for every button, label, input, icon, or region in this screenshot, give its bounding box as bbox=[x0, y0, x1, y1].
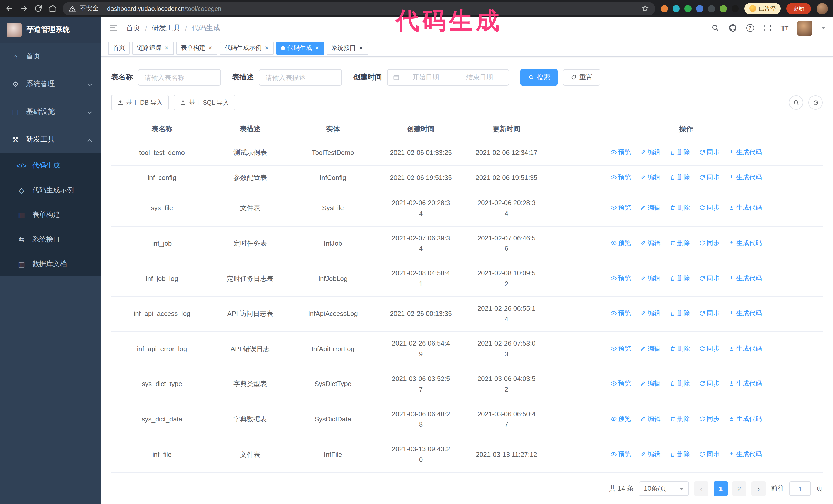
extension-icon[interactable] bbox=[661, 5, 668, 12]
extension-icon[interactable] bbox=[684, 5, 691, 12]
refresh-button[interactable] bbox=[808, 95, 823, 110]
delete-link[interactable]: 删除 bbox=[669, 238, 690, 248]
breadcrumb-item[interactable]: 首页 bbox=[126, 23, 140, 32]
edit-link[interactable]: 编辑 bbox=[640, 343, 661, 354]
tab-item[interactable]: 表单构建 × bbox=[176, 41, 217, 55]
sync-link[interactable]: 同步 bbox=[699, 172, 719, 183]
tab-item[interactable]: 系统接口 × bbox=[327, 41, 368, 55]
extension-icon[interactable] bbox=[672, 5, 680, 12]
bookmark-star-icon[interactable] bbox=[641, 5, 649, 12]
breadcrumb-item[interactable]: 研发工具 bbox=[152, 23, 181, 32]
caret-down-icon[interactable] bbox=[821, 27, 825, 29]
delete-link[interactable]: 删除 bbox=[669, 308, 690, 319]
generate-code-link[interactable]: 生成代码 bbox=[729, 172, 762, 183]
preview-link[interactable]: 预览 bbox=[611, 343, 631, 354]
tab-item[interactable]: 链路追踪 × bbox=[132, 41, 173, 55]
generate-code-link[interactable]: 生成代码 bbox=[729, 343, 762, 354]
sync-link[interactable]: 同步 bbox=[699, 203, 719, 213]
edit-link[interactable]: 编辑 bbox=[640, 308, 661, 319]
generate-code-link[interactable]: 生成代码 bbox=[729, 147, 762, 157]
extension-icon[interactable] bbox=[696, 5, 703, 12]
sync-link[interactable]: 同步 bbox=[699, 414, 719, 424]
generate-code-link[interactable]: 生成代码 bbox=[729, 379, 762, 389]
address-bar[interactable]: 不安全 dashboard.yudao.iocoder.cn/tool/code… bbox=[63, 2, 655, 15]
preview-link[interactable]: 预览 bbox=[611, 147, 631, 157]
page-size-select[interactable]: 10条/页 bbox=[639, 481, 689, 496]
sync-link[interactable]: 同步 bbox=[699, 449, 719, 459]
close-icon[interactable]: × bbox=[164, 45, 169, 51]
sidebar-item-form-builder[interactable]: ▦ 表单构建 bbox=[0, 202, 101, 227]
sidebar-item-home[interactable]: ⌂ 首页 bbox=[0, 43, 101, 70]
close-icon[interactable]: × bbox=[359, 45, 363, 51]
github-icon[interactable] bbox=[728, 24, 737, 32]
tab-item[interactable]: 首页 bbox=[108, 41, 130, 55]
extension-icon[interactable] bbox=[720, 5, 727, 12]
close-icon[interactable]: × bbox=[264, 45, 269, 51]
delete-link[interactable]: 删除 bbox=[669, 203, 690, 213]
generate-code-link[interactable]: 生成代码 bbox=[729, 203, 762, 213]
reset-button[interactable]: 重置 bbox=[563, 69, 600, 86]
preview-link[interactable]: 预览 bbox=[611, 273, 631, 283]
preview-link[interactable]: 预览 bbox=[611, 414, 631, 424]
search-toggle-button[interactable] bbox=[789, 95, 803, 110]
sidebar-item-system-management[interactable]: ⚙ 系统管理 bbox=[0, 70, 101, 98]
delete-link[interactable]: 删除 bbox=[669, 414, 690, 424]
tab-item[interactable]: 代码生成 × bbox=[276, 41, 324, 55]
edit-link[interactable]: 编辑 bbox=[640, 273, 661, 283]
generate-code-link[interactable]: 生成代码 bbox=[729, 273, 762, 283]
sync-link[interactable]: 同步 bbox=[699, 379, 719, 389]
refresh-icon[interactable] bbox=[34, 4, 43, 13]
sync-link[interactable]: 同步 bbox=[699, 343, 719, 354]
page-number-button[interactable]: 1 bbox=[714, 481, 728, 496]
edit-link[interactable]: 编辑 bbox=[640, 203, 661, 213]
search-button[interactable]: 搜索 bbox=[520, 69, 558, 86]
import-db-button[interactable]: 基于 DB 导入 bbox=[111, 95, 169, 110]
sidebar-item-codegen[interactable]: </> 代码生成 bbox=[0, 153, 101, 178]
search-icon[interactable] bbox=[711, 24, 719, 32]
edit-link[interactable]: 编辑 bbox=[640, 238, 661, 248]
import-sql-button[interactable]: 基于 SQL 导入 bbox=[174, 95, 235, 110]
next-page-button[interactable]: › bbox=[752, 481, 766, 496]
delete-link[interactable]: 删除 bbox=[669, 273, 690, 283]
goto-page-input[interactable] bbox=[789, 481, 811, 496]
generate-code-link[interactable]: 生成代码 bbox=[729, 308, 762, 319]
close-icon[interactable]: × bbox=[315, 45, 319, 51]
sync-link[interactable]: 同步 bbox=[699, 273, 719, 283]
close-icon[interactable]: × bbox=[208, 45, 213, 51]
prev-page-button[interactable]: ‹ bbox=[694, 481, 709, 496]
edit-link[interactable]: 编辑 bbox=[640, 414, 661, 424]
table-name-input[interactable] bbox=[138, 69, 221, 86]
delete-link[interactable]: 删除 bbox=[669, 449, 690, 459]
logo[interactable]: 芋道管理系统 bbox=[0, 17, 101, 43]
page-number-button[interactable]: 2 bbox=[732, 481, 746, 496]
help-icon[interactable]: ? bbox=[745, 24, 754, 32]
sync-link[interactable]: 同步 bbox=[699, 238, 719, 248]
preview-link[interactable]: 预览 bbox=[611, 379, 631, 389]
forward-icon[interactable] bbox=[20, 4, 28, 13]
generate-code-link[interactable]: 生成代码 bbox=[729, 238, 762, 248]
table-desc-input[interactable] bbox=[259, 69, 342, 86]
edit-link[interactable]: 编辑 bbox=[640, 449, 661, 459]
generate-code-link[interactable]: 生成代码 bbox=[729, 414, 762, 424]
sync-link[interactable]: 同步 bbox=[699, 147, 719, 157]
back-icon[interactable] bbox=[5, 4, 14, 13]
preview-link[interactable]: 预览 bbox=[611, 238, 631, 248]
sidebar-item-codegen-example[interactable]: ◇ 代码生成示例 bbox=[0, 178, 101, 202]
delete-link[interactable]: 删除 bbox=[669, 172, 690, 183]
preview-link[interactable]: 预览 bbox=[611, 172, 631, 183]
hamburger-icon[interactable] bbox=[109, 23, 118, 33]
edit-link[interactable]: 编辑 bbox=[640, 172, 661, 183]
tab-item[interactable]: 代码生成示例 × bbox=[220, 41, 273, 55]
sidebar-item-system-api[interactable]: ⇆ 系统接口 bbox=[0, 227, 101, 252]
font-size-icon[interactable]: TT bbox=[781, 24, 788, 32]
paused-badge[interactable]: 已暂停 bbox=[744, 3, 781, 14]
delete-link[interactable]: 删除 bbox=[669, 147, 690, 157]
delete-link[interactable]: 删除 bbox=[669, 379, 690, 389]
sidebar-item-dev-tools[interactable]: ⚒ 研发工具 bbox=[0, 126, 101, 153]
date-range-picker[interactable]: 开始日期 - 结束日期 bbox=[387, 69, 509, 86]
sidebar-item-infrastructure[interactable]: ▤ 基础设施 bbox=[0, 98, 101, 126]
sidebar-item-db-doc[interactable]: ▥ 数据库文档 bbox=[0, 252, 101, 277]
extension-icon[interactable] bbox=[708, 5, 715, 12]
home-icon[interactable] bbox=[48, 4, 57, 13]
fullscreen-icon[interactable] bbox=[763, 24, 772, 32]
